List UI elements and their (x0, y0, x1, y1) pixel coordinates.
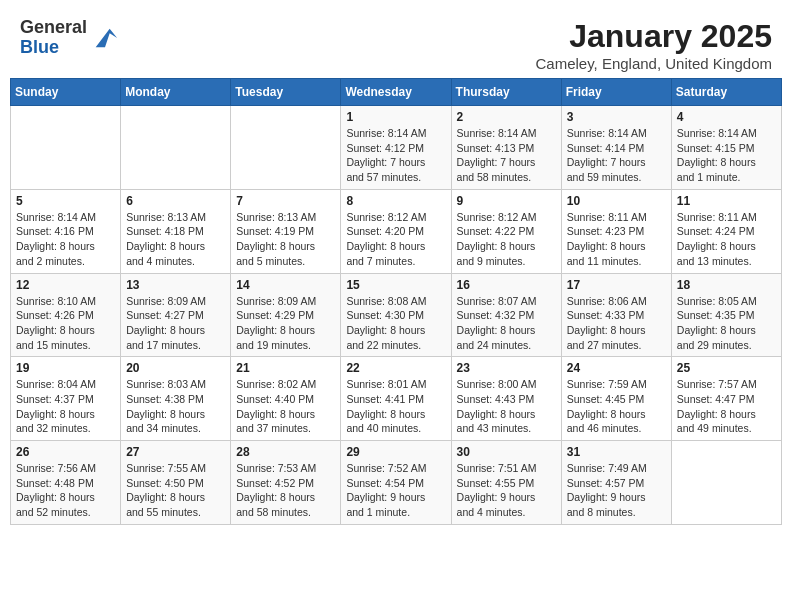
day-number: 8 (346, 194, 445, 208)
day-number: 17 (567, 278, 666, 292)
day-number: 22 (346, 361, 445, 375)
day-number: 18 (677, 278, 776, 292)
day-info: Sunrise: 8:09 AMSunset: 4:27 PMDaylight:… (126, 294, 225, 353)
day-number: 12 (16, 278, 115, 292)
day-info: Sunrise: 8:09 AMSunset: 4:29 PMDaylight:… (236, 294, 335, 353)
day-info: Sunrise: 8:14 AMSunset: 4:15 PMDaylight:… (677, 126, 776, 185)
day-info: Sunrise: 8:10 AMSunset: 4:26 PMDaylight:… (16, 294, 115, 353)
day-info: Sunrise: 8:07 AMSunset: 4:32 PMDaylight:… (457, 294, 556, 353)
weekday-header: Monday (121, 79, 231, 106)
location: Cameley, England, United Kingdom (535, 55, 772, 72)
day-number: 29 (346, 445, 445, 459)
day-info: Sunrise: 7:57 AMSunset: 4:47 PMDaylight:… (677, 377, 776, 436)
day-info: Sunrise: 8:11 AMSunset: 4:23 PMDaylight:… (567, 210, 666, 269)
calendar-cell: 11Sunrise: 8:11 AMSunset: 4:24 PMDayligh… (671, 189, 781, 273)
calendar-cell: 5Sunrise: 8:14 AMSunset: 4:16 PMDaylight… (11, 189, 121, 273)
calendar-cell: 15Sunrise: 8:08 AMSunset: 4:30 PMDayligh… (341, 273, 451, 357)
day-info: Sunrise: 7:56 AMSunset: 4:48 PMDaylight:… (16, 461, 115, 520)
day-info: Sunrise: 7:51 AMSunset: 4:55 PMDaylight:… (457, 461, 556, 520)
calendar-header: SundayMondayTuesdayWednesdayThursdayFrid… (11, 79, 782, 106)
calendar-cell: 3Sunrise: 8:14 AMSunset: 4:14 PMDaylight… (561, 106, 671, 190)
page-header: General Blue January 2025 Cameley, Engla… (10, 10, 782, 78)
day-info: Sunrise: 8:14 AMSunset: 4:16 PMDaylight:… (16, 210, 115, 269)
calendar-cell: 1Sunrise: 8:14 AMSunset: 4:12 PMDaylight… (341, 106, 451, 190)
calendar-table: SundayMondayTuesdayWednesdayThursdayFrid… (10, 78, 782, 525)
day-info: Sunrise: 8:12 AMSunset: 4:22 PMDaylight:… (457, 210, 556, 269)
calendar-cell: 30Sunrise: 7:51 AMSunset: 4:55 PMDayligh… (451, 441, 561, 525)
day-info: Sunrise: 8:03 AMSunset: 4:38 PMDaylight:… (126, 377, 225, 436)
calendar-cell: 26Sunrise: 7:56 AMSunset: 4:48 PMDayligh… (11, 441, 121, 525)
day-number: 10 (567, 194, 666, 208)
day-number: 27 (126, 445, 225, 459)
calendar-cell: 10Sunrise: 8:11 AMSunset: 4:23 PMDayligh… (561, 189, 671, 273)
calendar-cell: 27Sunrise: 7:55 AMSunset: 4:50 PMDayligh… (121, 441, 231, 525)
title-section: January 2025 Cameley, England, United Ki… (535, 18, 772, 72)
day-info: Sunrise: 7:59 AMSunset: 4:45 PMDaylight:… (567, 377, 666, 436)
calendar-cell: 31Sunrise: 7:49 AMSunset: 4:57 PMDayligh… (561, 441, 671, 525)
calendar-cell: 9Sunrise: 8:12 AMSunset: 4:22 PMDaylight… (451, 189, 561, 273)
calendar-cell: 18Sunrise: 8:05 AMSunset: 4:35 PMDayligh… (671, 273, 781, 357)
calendar-cell: 6Sunrise: 8:13 AMSunset: 4:18 PMDaylight… (121, 189, 231, 273)
calendar-cell (11, 106, 121, 190)
day-number: 9 (457, 194, 556, 208)
calendar-week-row: 26Sunrise: 7:56 AMSunset: 4:48 PMDayligh… (11, 441, 782, 525)
day-info: Sunrise: 8:14 AMSunset: 4:12 PMDaylight:… (346, 126, 445, 185)
calendar-cell: 23Sunrise: 8:00 AMSunset: 4:43 PMDayligh… (451, 357, 561, 441)
calendar-cell: 14Sunrise: 8:09 AMSunset: 4:29 PMDayligh… (231, 273, 341, 357)
calendar-cell: 17Sunrise: 8:06 AMSunset: 4:33 PMDayligh… (561, 273, 671, 357)
weekday-header: Wednesday (341, 79, 451, 106)
calendar-week-row: 5Sunrise: 8:14 AMSunset: 4:16 PMDaylight… (11, 189, 782, 273)
day-number: 23 (457, 361, 556, 375)
day-number: 13 (126, 278, 225, 292)
calendar-cell: 29Sunrise: 7:52 AMSunset: 4:54 PMDayligh… (341, 441, 451, 525)
day-number: 6 (126, 194, 225, 208)
day-number: 25 (677, 361, 776, 375)
day-number: 7 (236, 194, 335, 208)
day-info: Sunrise: 7:52 AMSunset: 4:54 PMDaylight:… (346, 461, 445, 520)
weekday-header: Tuesday (231, 79, 341, 106)
weekday-header: Friday (561, 79, 671, 106)
calendar-cell: 12Sunrise: 8:10 AMSunset: 4:26 PMDayligh… (11, 273, 121, 357)
day-info: Sunrise: 8:01 AMSunset: 4:41 PMDaylight:… (346, 377, 445, 436)
day-info: Sunrise: 8:11 AMSunset: 4:24 PMDaylight:… (677, 210, 776, 269)
day-number: 26 (16, 445, 115, 459)
day-info: Sunrise: 8:13 AMSunset: 4:19 PMDaylight:… (236, 210, 335, 269)
day-number: 1 (346, 110, 445, 124)
day-info: Sunrise: 8:04 AMSunset: 4:37 PMDaylight:… (16, 377, 115, 436)
weekday-header-row: SundayMondayTuesdayWednesdayThursdayFrid… (11, 79, 782, 106)
day-number: 28 (236, 445, 335, 459)
day-number: 11 (677, 194, 776, 208)
weekday-header: Sunday (11, 79, 121, 106)
day-info: Sunrise: 7:53 AMSunset: 4:52 PMDaylight:… (236, 461, 335, 520)
day-number: 21 (236, 361, 335, 375)
day-number: 4 (677, 110, 776, 124)
day-number: 19 (16, 361, 115, 375)
svg-marker-0 (96, 28, 117, 47)
day-info: Sunrise: 8:08 AMSunset: 4:30 PMDaylight:… (346, 294, 445, 353)
day-number: 31 (567, 445, 666, 459)
calendar-cell: 16Sunrise: 8:07 AMSunset: 4:32 PMDayligh… (451, 273, 561, 357)
day-info: Sunrise: 8:00 AMSunset: 4:43 PMDaylight:… (457, 377, 556, 436)
logo-text: General Blue (20, 18, 87, 58)
calendar-cell: 24Sunrise: 7:59 AMSunset: 4:45 PMDayligh… (561, 357, 671, 441)
calendar-cell: 28Sunrise: 7:53 AMSunset: 4:52 PMDayligh… (231, 441, 341, 525)
day-number: 3 (567, 110, 666, 124)
month-title: January 2025 (535, 18, 772, 55)
calendar-cell: 8Sunrise: 8:12 AMSunset: 4:20 PMDaylight… (341, 189, 451, 273)
day-info: Sunrise: 8:05 AMSunset: 4:35 PMDaylight:… (677, 294, 776, 353)
day-number: 24 (567, 361, 666, 375)
day-info: Sunrise: 8:12 AMSunset: 4:20 PMDaylight:… (346, 210, 445, 269)
calendar-cell: 13Sunrise: 8:09 AMSunset: 4:27 PMDayligh… (121, 273, 231, 357)
day-info: Sunrise: 7:49 AMSunset: 4:57 PMDaylight:… (567, 461, 666, 520)
day-info: Sunrise: 7:55 AMSunset: 4:50 PMDaylight:… (126, 461, 225, 520)
logo-blue: Blue (20, 38, 87, 58)
day-info: Sunrise: 8:14 AMSunset: 4:14 PMDaylight:… (567, 126, 666, 185)
calendar-cell: 21Sunrise: 8:02 AMSunset: 4:40 PMDayligh… (231, 357, 341, 441)
day-info: Sunrise: 8:13 AMSunset: 4:18 PMDaylight:… (126, 210, 225, 269)
calendar-body: 1Sunrise: 8:14 AMSunset: 4:12 PMDaylight… (11, 106, 782, 525)
day-number: 16 (457, 278, 556, 292)
calendar-week-row: 19Sunrise: 8:04 AMSunset: 4:37 PMDayligh… (11, 357, 782, 441)
logo-general: General (20, 18, 87, 38)
calendar-cell (121, 106, 231, 190)
day-number: 5 (16, 194, 115, 208)
